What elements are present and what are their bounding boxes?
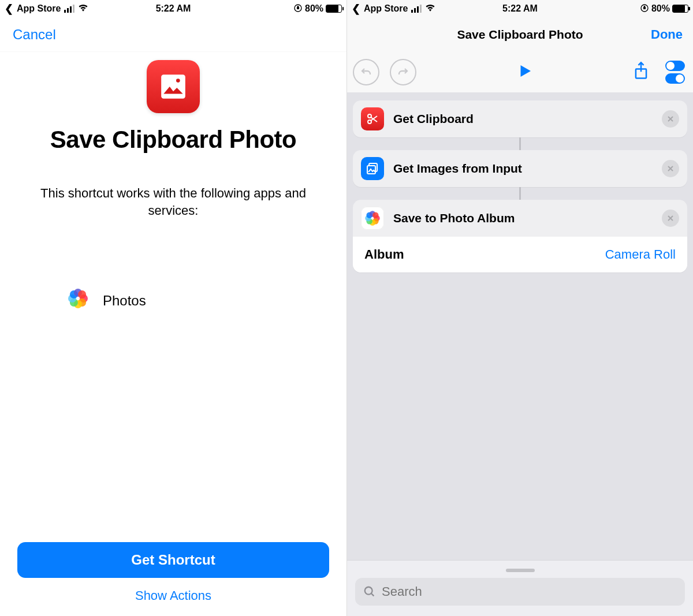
editor-toolbar <box>347 52 693 92</box>
service-label: Photos <box>103 293 146 309</box>
page-title: Save Clipboard Photo <box>404 28 636 42</box>
search-input[interactable] <box>382 584 677 599</box>
images-icon <box>361 157 384 180</box>
orientation-lock-icon <box>640 3 649 14</box>
signal-icon <box>411 5 422 13</box>
done-button[interactable]: Done <box>636 27 683 42</box>
remove-action-button[interactable] <box>662 210 679 227</box>
play-button[interactable] <box>516 62 534 82</box>
back-chevron-icon[interactable]: ❮ <box>352 2 360 15</box>
service-row: Photos <box>17 289 146 313</box>
photos-app-icon <box>68 289 92 313</box>
actions-list: Get Clipboard Get Images from Input <box>347 92 693 560</box>
undo-button[interactable] <box>353 59 379 85</box>
action-connector <box>519 187 521 200</box>
status-back-label[interactable]: App Store <box>364 3 408 14</box>
battery-icon <box>326 5 342 13</box>
search-box[interactable] <box>355 578 685 606</box>
scissors-icon <box>361 107 384 130</box>
nav-bar: Cancel <box>0 17 346 52</box>
settings-button[interactable] <box>665 61 685 84</box>
status-bar: ❮ App Store 5:22 AM 80% <box>0 0 346 17</box>
cancel-button[interactable]: Cancel <box>13 27 56 43</box>
signal-icon <box>64 5 74 13</box>
back-chevron-icon[interactable]: ❮ <box>5 2 13 15</box>
status-back-label[interactable]: App Store <box>17 3 61 14</box>
nav-bar: Save Clipboard Photo Done <box>347 17 693 52</box>
action-label: Get Clipboard <box>393 112 662 126</box>
screen-install-shortcut: ❮ App Store 5:22 AM 80% Cancel Save Clip… <box>0 0 346 616</box>
battery-percent: 80% <box>651 3 670 14</box>
status-time: 5:22 AM <box>464 3 576 14</box>
photos-app-icon <box>361 207 384 230</box>
redo-button[interactable] <box>390 59 416 85</box>
status-bar: ❮ App Store 5:22 AM 80% <box>347 0 693 17</box>
svg-point-9 <box>365 587 372 595</box>
battery-icon <box>672 5 688 13</box>
search-panel <box>347 560 693 616</box>
screen-edit-shortcut: ❮ App Store 5:22 AM 80% Save Clipboard P… <box>346 0 693 616</box>
remove-action-button[interactable] <box>662 160 679 177</box>
show-actions-button[interactable]: Show Actions <box>17 588 329 603</box>
svg-point-2 <box>176 79 180 83</box>
action-get-clipboard[interactable]: Get Clipboard <box>353 100 687 137</box>
wifi-icon <box>425 3 435 14</box>
album-field-label: Album <box>364 247 404 262</box>
action-save-album[interactable]: Save to Photo Album Album Camera Roll <box>353 200 687 272</box>
album-field-value[interactable]: Camera Roll <box>605 247 676 262</box>
battery-percent: 80% <box>305 3 323 14</box>
get-shortcut-button[interactable]: Get Shortcut <box>17 542 329 578</box>
status-time: 5:22 AM <box>117 3 230 14</box>
share-button[interactable] <box>633 61 649 83</box>
search-icon <box>363 585 376 598</box>
orientation-lock-icon <box>293 3 303 14</box>
action-label: Get Images from Input <box>393 162 662 176</box>
shortcut-description: This shortcut works with the following a… <box>40 185 306 219</box>
action-label: Save to Photo Album <box>393 211 662 225</box>
action-get-images[interactable]: Get Images from Input <box>353 150 687 187</box>
album-selector-row[interactable]: Album Camera Roll <box>353 237 687 272</box>
remove-action-button[interactable] <box>662 110 679 128</box>
action-connector <box>519 137 521 150</box>
svg-rect-1 <box>161 74 185 99</box>
drag-handle[interactable] <box>506 569 535 572</box>
wifi-icon <box>78 3 88 14</box>
shortcut-app-icon <box>147 60 200 113</box>
shortcut-title: Save Clipboard Photo <box>50 126 296 154</box>
